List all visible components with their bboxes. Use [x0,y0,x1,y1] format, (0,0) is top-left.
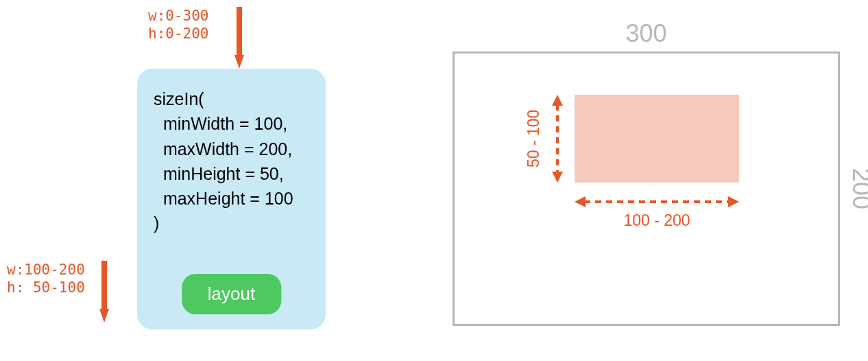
arrow-down-out-icon [99,261,109,323]
svg-marker-4 [552,95,563,106]
svg-marker-7 [575,196,586,207]
outer-box: 50 - 100 100 - 200 [453,51,840,326]
right-panel: 300 200 50 - 100 100 - 200 [411,0,868,361]
layout-button[interactable]: layout [182,274,281,314]
height-range-arrow-icon [544,95,571,183]
svg-marker-9 [728,196,739,207]
height-range-label: 50 - 100 [526,95,541,183]
width-range-label: 100 - 200 [575,211,739,230]
arrow-down-in-icon [234,7,244,69]
outer-width-label: 300 [453,19,840,48]
left-panel: w:0-300 h:0-200 sizeIn( minWidth = 100, … [0,0,411,361]
svg-marker-6 [552,172,563,183]
code-text: sizeIn( minWidth = 100, maxWidth = 200, … [154,86,309,236]
incoming-constraints-label: w:0-300 h:0-200 [148,7,209,43]
svg-marker-3 [99,309,109,323]
code-card: sizeIn( minWidth = 100, maxWidth = 200, … [137,69,326,329]
svg-marker-1 [234,55,244,69]
outer-height-label: 200 [847,51,868,326]
outgoing-constraints-label: w:100-200 h: 50-100 [7,261,85,297]
inner-rect [575,95,739,183]
